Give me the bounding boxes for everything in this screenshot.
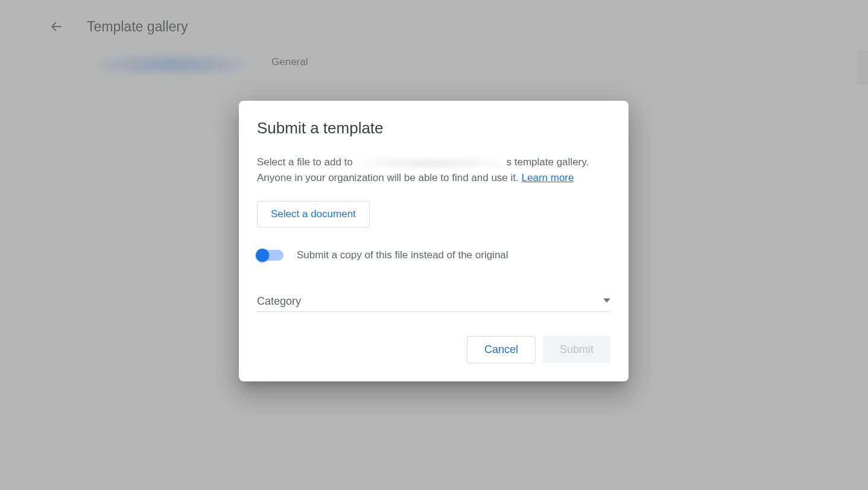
copy-toggle-label: Submit a copy of this file instead of th…: [297, 249, 508, 261]
dialog-description: Select a file to add to s template galle…: [257, 154, 610, 186]
select-document-button[interactable]: Select a document: [257, 201, 370, 228]
toggle-thumb: [256, 249, 269, 262]
category-select[interactable]: Category: [257, 295, 610, 312]
org-name-redacted: [356, 158, 507, 168]
desc-prefix: Select a file to add to: [257, 156, 353, 168]
submit-button: Submit: [543, 336, 610, 363]
submit-template-dialog: Submit a template Select a file to add t…: [239, 101, 629, 381]
category-label: Category: [257, 295, 301, 308]
cancel-button[interactable]: Cancel: [467, 336, 536, 363]
copy-toggle-row: Submit a copy of this file instead of th…: [257, 249, 610, 261]
dialog-title: Submit a template: [257, 119, 610, 138]
learn-more-link[interactable]: Learn more: [522, 172, 574, 183]
copy-toggle[interactable]: [257, 250, 284, 261]
dialog-actions: Cancel Submit: [257, 336, 610, 363]
chevron-down-icon: [603, 296, 610, 307]
